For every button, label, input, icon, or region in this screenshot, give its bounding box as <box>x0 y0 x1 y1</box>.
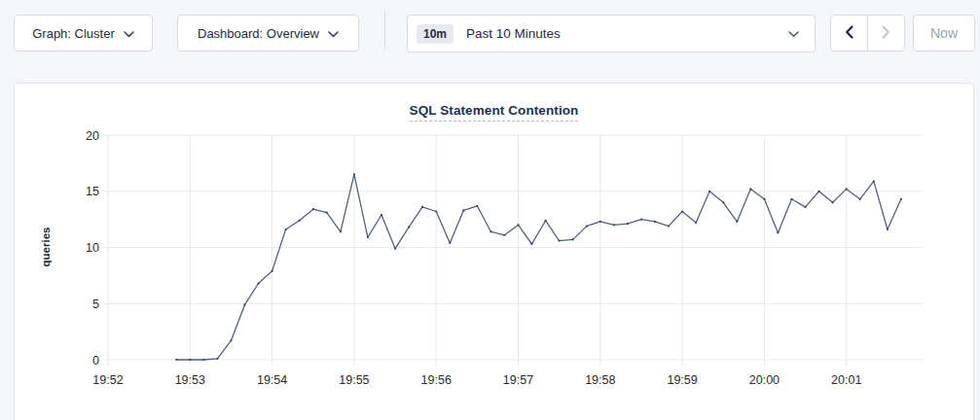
now-button-label: Now <box>930 25 958 41</box>
chart-card: SQL Statement Contention 0510152019:5219… <box>14 83 974 420</box>
y-tick-label: 5 <box>92 298 99 311</box>
toolbar-divider <box>384 11 385 50</box>
time-window-label: Past 10 Minutes <box>466 26 788 41</box>
chevron-down-icon <box>328 31 339 38</box>
previous-time-window-button[interactable] <box>831 16 867 51</box>
y-tick-label: 15 <box>86 185 99 198</box>
y-tick-label: 0 <box>92 354 99 368</box>
graph-dropdown-label: Graph: Cluster <box>32 26 115 41</box>
x-tick-label: 19:57 <box>503 373 533 387</box>
y-axis-label: queries <box>40 228 52 267</box>
time-range-selector[interactable]: 10m Past 10 Minutes <box>407 15 816 52</box>
chevron-down-icon <box>788 31 799 38</box>
x-tick-label: 20:01 <box>831 373 861 387</box>
y-tick-label: 20 <box>86 129 99 143</box>
next-time-window-button[interactable] <box>867 16 904 51</box>
chevron-left-icon <box>844 24 854 43</box>
series-line <box>176 174 901 360</box>
x-tick-label: 19:59 <box>667 373 697 387</box>
x-tick-label: 19:56 <box>421 373 452 387</box>
chevron-down-icon <box>124 31 134 38</box>
y-tick-label: 10 <box>86 241 99 255</box>
x-tick-label: 19:54 <box>257 373 287 387</box>
x-tick-label: 20:00 <box>749 373 780 387</box>
graph-dropdown[interactable]: Graph: Cluster <box>14 15 153 52</box>
dashboard-dropdown[interactable]: Dashboard: Overview <box>177 15 359 52</box>
x-tick-label: 19:55 <box>339 373 369 387</box>
time-window-badge: 10m <box>417 24 454 44</box>
time-step-controls <box>830 15 905 52</box>
x-tick-label: 19:58 <box>585 373 615 387</box>
x-tick-label: 19:52 <box>92 373 123 387</box>
now-button[interactable]: Now <box>913 15 975 52</box>
dashboard-dropdown-label: Dashboard: Overview <box>198 26 319 41</box>
chevron-right-icon <box>881 24 891 43</box>
contention-chart[interactable]: 0510152019:5219:5319:5419:5519:5619:5719… <box>15 84 973 419</box>
toolbar: Graph: Cluster Dashboard: Overview 10m P… <box>14 15 975 52</box>
x-tick-label: 19:53 <box>175 373 205 387</box>
